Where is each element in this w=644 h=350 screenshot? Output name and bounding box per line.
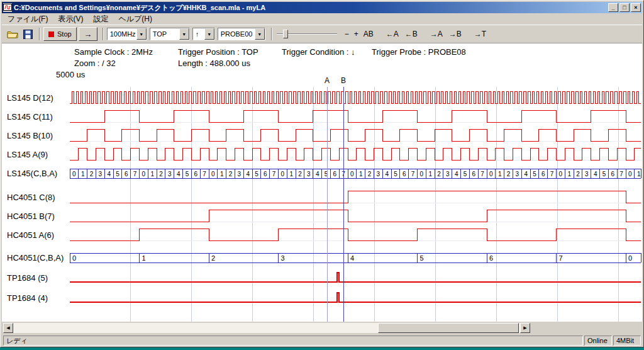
trigger-position-select[interactable]: TOP ▼	[150, 28, 190, 40]
menu-help[interactable]: ヘルプ(H)	[113, 13, 157, 26]
channel-label: LS145 C(11)	[7, 112, 53, 121]
svg-text:3: 3	[168, 171, 172, 178]
trigger-probe-select[interactable]: PROBE00 ▼	[218, 28, 265, 40]
svg-text:5: 5	[255, 171, 258, 178]
chevron-down-icon[interactable]: ▼	[136, 28, 147, 40]
svg-text:0: 0	[628, 254, 632, 262]
channel-label: HC4051 C(8)	[7, 193, 55, 202]
svg-text:6: 6	[611, 171, 615, 178]
svg-text:5: 5	[394, 171, 397, 178]
trigger-edge-select[interactable]: ↑ ▼	[192, 28, 215, 40]
svg-text:0: 0	[72, 171, 76, 178]
svg-text:6: 6	[489, 254, 493, 262]
svg-text:2: 2	[159, 171, 163, 178]
save-icon	[23, 30, 33, 39]
app-icon	[3, 3, 12, 12]
forward-cursor-a-button[interactable]: →A	[428, 28, 445, 40]
goto-trigger-button[interactable]: →T	[472, 28, 489, 40]
svg-text:7: 7	[203, 171, 206, 178]
svg-text:5: 5	[116, 171, 119, 178]
menu-view[interactable]: 表示(V)	[53, 13, 88, 26]
svg-text:4: 4	[455, 171, 458, 178]
svg-text:1: 1	[220, 171, 224, 178]
svg-text:2: 2	[368, 171, 372, 178]
svg-text:7: 7	[411, 171, 415, 178]
cursor-b-label[interactable]: B	[340, 76, 347, 85]
zoom-ab-button[interactable]: AB	[361, 28, 376, 40]
svg-text:2: 2	[298, 171, 302, 178]
goto-cursor-b-button[interactable]: ←B	[402, 28, 420, 40]
window-title: C:¥Documents and Settings¥noname¥デスクトップ¥…	[14, 3, 607, 13]
channel-label: TP1684 (4)	[7, 293, 48, 303]
zoom-info: Zoom : / 32	[74, 59, 116, 68]
length-info: Length : 488.000 us	[178, 59, 250, 68]
save-button[interactable]	[20, 27, 36, 42]
svg-text:0: 0	[281, 171, 285, 178]
goto-cursor-a-button[interactable]: ←A	[384, 28, 401, 40]
waveform-panel: Sample Clock : 2MHz Trigger Position : T…	[2, 43, 642, 322]
svg-text:5: 5	[533, 171, 536, 178]
zoom-out-button[interactable]: −	[342, 28, 352, 40]
horizontal-scrollbar[interactable]: ◀ ▶	[3, 323, 530, 333]
scrollbar-row: ◀ ▶	[2, 322, 642, 334]
svg-text:0: 0	[72, 254, 76, 262]
svg-text:1: 1	[81, 171, 85, 178]
svg-text:5: 5	[186, 171, 189, 178]
sample-clock-select[interactable]: 100MHz ▼	[107, 28, 147, 40]
svg-text:1: 1	[637, 171, 641, 178]
svg-text:4: 4	[107, 171, 111, 178]
zoom-in-button[interactable]: +	[352, 28, 361, 40]
status-bar: レディ Online 4MBit	[2, 334, 642, 346]
cursor-a-label[interactable]: A	[323, 76, 331, 85]
svg-text:7: 7	[559, 254, 563, 262]
svg-text:1: 1	[498, 171, 502, 178]
app-window: C:¥Documents and Settings¥noname¥デスクトップ¥…	[0, 0, 644, 347]
svg-text:6: 6	[194, 171, 198, 178]
toolbar-separator	[271, 28, 272, 40]
svg-text:6: 6	[541, 171, 545, 178]
scrollbar-thumb[interactable]	[378, 323, 519, 333]
scroll-right-button[interactable]: ▶	[520, 323, 530, 333]
maximize-button[interactable]: □	[619, 3, 630, 12]
svg-text:5: 5	[602, 171, 606, 178]
open-file-button[interactable]	[4, 27, 20, 42]
svg-text:6: 6	[333, 171, 337, 178]
svg-text:0: 0	[489, 171, 493, 178]
close-button[interactable]: ×	[631, 3, 641, 12]
forward-cursor-b-button[interactable]: →B	[447, 28, 464, 40]
scroll-left-button[interactable]: ◀	[3, 323, 13, 333]
svg-text:1: 1	[428, 171, 432, 178]
svg-text:6: 6	[264, 171, 267, 178]
menu-settings[interactable]: 設定	[88, 13, 113, 26]
svg-text:7: 7	[133, 171, 137, 178]
stop-button[interactable]: Stop	[43, 27, 77, 41]
trigger-condition-info: Trigger Condition : ↓	[282, 47, 355, 57]
svg-text:1: 1	[289, 171, 293, 178]
svg-text:2: 2	[507, 171, 511, 178]
svg-text:3: 3	[446, 171, 450, 178]
channel-label: LS145(C,B,A)	[7, 169, 57, 178]
channel-label: HC4051 A(6)	[7, 230, 54, 240]
waveform-canvas[interactable]: 0123456701234567012345670123456701234567…	[2, 84, 642, 322]
channel-label: LS145 D(12)	[7, 93, 53, 103]
run-button[interactable]: →	[79, 27, 97, 41]
svg-text:2: 2	[229, 171, 233, 178]
open-folder-icon	[7, 30, 18, 38]
chevron-down-icon[interactable]: ▼	[179, 28, 189, 40]
title-bar: C:¥Documents and Settings¥noname¥デスクトップ¥…	[2, 2, 642, 13]
chevron-down-icon[interactable]: ▼	[204, 28, 214, 40]
svg-text:7: 7	[619, 171, 623, 178]
svg-text:3: 3	[99, 171, 103, 178]
minimize-button[interactable]: _	[608, 3, 618, 12]
svg-text:3: 3	[281, 254, 285, 262]
zoom-slider[interactable]	[277, 28, 337, 40]
chevron-down-icon[interactable]: ▼	[255, 28, 265, 40]
channel-label: LS145 A(9)	[7, 150, 48, 159]
svg-text:2: 2	[576, 171, 580, 178]
svg-text:3: 3	[377, 171, 380, 178]
menu-file[interactable]: ファイル(F)	[3, 13, 53, 26]
zoom-slider-thumb[interactable]	[283, 30, 288, 38]
svg-text:5: 5	[325, 171, 328, 178]
svg-text:4: 4	[594, 171, 597, 178]
svg-text:2: 2	[437, 171, 441, 178]
